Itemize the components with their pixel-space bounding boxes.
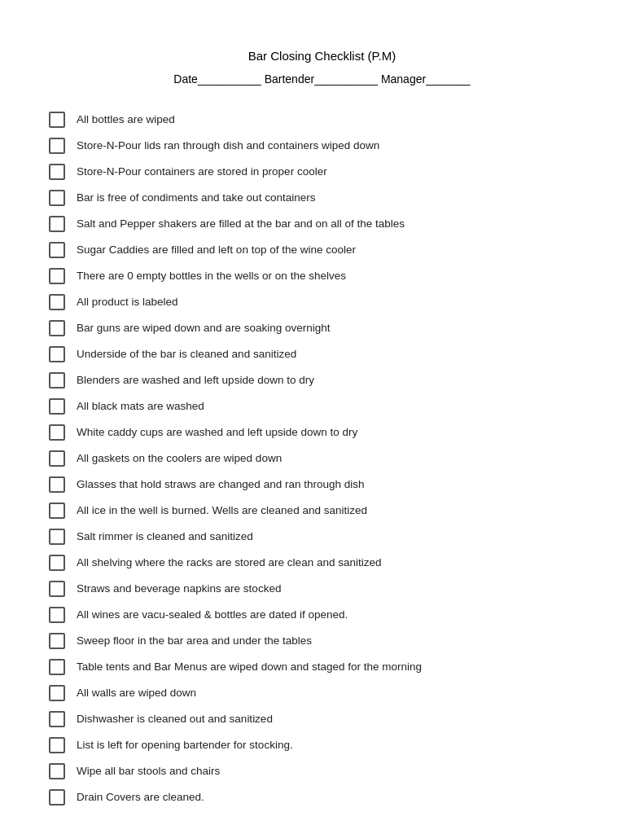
item-label-26: Wipe all bar stools and chairs bbox=[77, 764, 220, 779]
item-label-15: Glasses that hold straws are changed and… bbox=[77, 477, 364, 493]
checkbox-23[interactable] bbox=[49, 685, 65, 701]
checkbox-21[interactable] bbox=[49, 633, 65, 649]
list-item: All walls are wiped down bbox=[33, 683, 611, 703]
list-item: Sweep floor in the bar area and under th… bbox=[33, 631, 611, 651]
list-item: There are 0 empty bottles in the wells o… bbox=[33, 266, 611, 286]
list-item: Underside of the bar is cleaned and sani… bbox=[33, 345, 611, 364]
item-label-13: White caddy cups are washed and left ups… bbox=[77, 425, 357, 441]
item-label-14: All gaskets on the coolers are wiped dow… bbox=[77, 451, 282, 467]
checkbox-20[interactable] bbox=[49, 607, 65, 623]
item-label-6: Sugar Caddies are filled and left on top… bbox=[77, 243, 356, 258]
checkbox-4[interactable] bbox=[49, 190, 65, 206]
list-item: Wipe all bar stools and chairs bbox=[33, 762, 611, 781]
list-item: All bottles are wiped bbox=[33, 110, 611, 129]
checkbox-9[interactable] bbox=[49, 320, 65, 336]
item-label-4: Bar is free of condiments and take out c… bbox=[77, 191, 315, 206]
list-item: Blenders are washed and left upside down… bbox=[33, 371, 611, 390]
list-item: Bar is free of condiments and take out c… bbox=[33, 188, 611, 208]
item-label-16: All ice in the well is burned. Wells are… bbox=[77, 503, 367, 519]
item-label-5: Salt and Pepper shakers are filled at th… bbox=[77, 217, 405, 232]
list-item: Table tents and Bar Menus are wiped down… bbox=[33, 657, 611, 677]
checkbox-22[interactable] bbox=[49, 659, 65, 675]
page-header: Bar Closing Checklist (P.M) Date________… bbox=[33, 49, 611, 86]
list-item: Glasses that hold straws are changed and… bbox=[33, 475, 611, 494]
checkbox-24[interactable] bbox=[49, 711, 65, 727]
checklist: All bottles are wipedStore-N-Pour lids r… bbox=[33, 110, 611, 807]
checkbox-6[interactable] bbox=[49, 242, 65, 258]
checkbox-18[interactable] bbox=[49, 555, 65, 571]
list-item: All black mats are washed bbox=[33, 397, 611, 416]
list-item: All wines are vacu-sealed & bottles are … bbox=[33, 605, 611, 625]
checkbox-14[interactable] bbox=[49, 450, 65, 467]
checkbox-5[interactable] bbox=[49, 216, 65, 232]
checkbox-16[interactable] bbox=[49, 503, 65, 519]
list-item: Store-N-Pour lids ran through dish and c… bbox=[33, 136, 611, 156]
item-label-18: All shelving where the racks are stored … bbox=[77, 555, 381, 571]
list-item: All ice in the well is burned. Wells are… bbox=[33, 501, 611, 520]
checkbox-27[interactable] bbox=[49, 789, 65, 805]
checkbox-13[interactable] bbox=[49, 424, 65, 441]
checkbox-12[interactable] bbox=[49, 398, 65, 415]
list-item: All product is labeled bbox=[33, 292, 611, 312]
checkbox-19[interactable] bbox=[49, 581, 65, 597]
item-label-8: All product is labeled bbox=[77, 295, 178, 310]
list-item: Bar guns are wiped down and are soaking … bbox=[33, 318, 611, 338]
checkbox-17[interactable] bbox=[49, 529, 65, 545]
item-label-9: Bar guns are wiped down and are soaking … bbox=[77, 321, 330, 336]
checkbox-11[interactable] bbox=[49, 372, 65, 388]
checkbox-3[interactable] bbox=[49, 164, 65, 180]
item-label-2: Store-N-Pour lids ran through dish and c… bbox=[77, 138, 379, 154]
list-item: List is left for opening bartender for s… bbox=[33, 735, 611, 755]
list-item: All gaskets on the coolers are wiped dow… bbox=[33, 449, 611, 468]
checkbox-8[interactable] bbox=[49, 294, 65, 310]
list-item: Store-N-Pour containers are stored in pr… bbox=[33, 162, 611, 182]
list-item: Dishwasher is cleaned out and sanitized bbox=[33, 709, 611, 729]
item-label-23: All walls are wiped down bbox=[77, 686, 196, 701]
list-item: All shelving where the racks are stored … bbox=[33, 553, 611, 573]
list-item: Salt and Pepper shakers are filled at th… bbox=[33, 214, 611, 234]
checkbox-26[interactable] bbox=[49, 763, 65, 779]
item-label-25: List is left for opening bartender for s… bbox=[77, 738, 293, 753]
list-item: Salt rimmer is cleaned and sanitized bbox=[33, 527, 611, 546]
checkbox-2[interactable] bbox=[49, 138, 65, 154]
item-label-19: Straws and beverage napkins are stocked bbox=[77, 582, 281, 597]
checkbox-1[interactable] bbox=[49, 112, 65, 128]
checkbox-7[interactable] bbox=[49, 268, 65, 284]
item-label-11: Blenders are washed and left upside down… bbox=[77, 373, 314, 388]
list-item: White caddy cups are washed and left ups… bbox=[33, 423, 611, 442]
list-item: Sugar Caddies are filled and left on top… bbox=[33, 240, 611, 260]
checkbox-15[interactable] bbox=[49, 476, 65, 493]
item-label-24: Dishwasher is cleaned out and sanitized bbox=[77, 712, 273, 727]
list-item: Straws and beverage napkins are stocked bbox=[33, 579, 611, 599]
item-label-12: All black mats are washed bbox=[77, 399, 204, 415]
item-label-17: Salt rimmer is cleaned and sanitized bbox=[77, 529, 253, 545]
item-label-20: All wines are vacu-sealed & bottles are … bbox=[77, 608, 348, 623]
checkbox-10[interactable] bbox=[49, 346, 65, 362]
item-label-21: Sweep floor in the bar area and under th… bbox=[77, 634, 312, 649]
checkbox-25[interactable] bbox=[49, 737, 65, 753]
item-label-22: Table tents and Bar Menus are wiped down… bbox=[77, 660, 422, 675]
list-item: Drain Covers are cleaned. bbox=[33, 788, 611, 807]
item-label-7: There are 0 empty bottles in the wells o… bbox=[77, 269, 346, 284]
item-label-27: Drain Covers are cleaned. bbox=[77, 790, 204, 805]
page-title: Bar Closing Checklist (P.M) bbox=[33, 49, 611, 63]
item-label-3: Store-N-Pour containers are stored in pr… bbox=[77, 165, 327, 180]
item-label-1: All bottles are wiped bbox=[77, 112, 175, 128]
item-label-10: Underside of the bar is cleaned and sani… bbox=[77, 347, 296, 362]
page-subtitle: Date__________ Bartender__________ Manag… bbox=[33, 72, 611, 86]
